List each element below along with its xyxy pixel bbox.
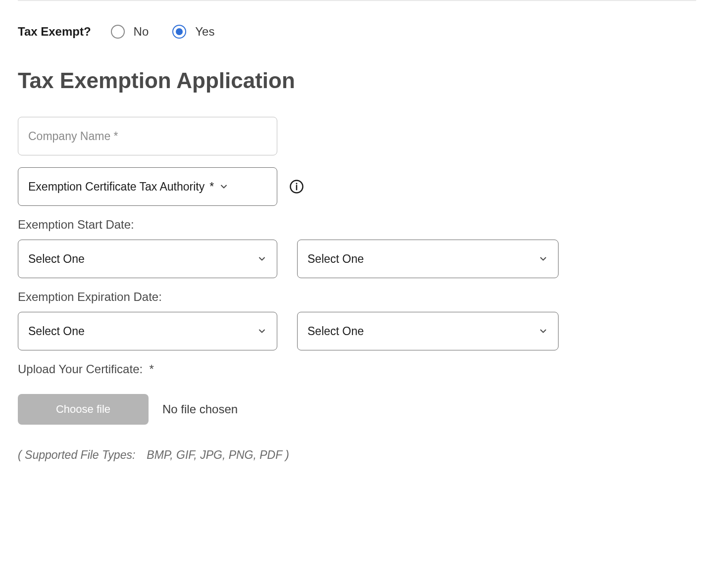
info-icon[interactable] xyxy=(289,179,304,194)
start-date-select-1[interactable]: Select One xyxy=(18,240,277,278)
company-name-input[interactable] xyxy=(18,117,277,155)
chevron-down-icon xyxy=(257,326,267,336)
choose-file-button[interactable]: Choose file xyxy=(18,394,149,425)
tax-authority-required: * xyxy=(209,180,214,194)
file-status: No file chosen xyxy=(162,402,238,416)
radio-group-yes: Yes xyxy=(172,25,214,39)
expiration-date-select-1[interactable]: Select One xyxy=(18,312,277,350)
start-date-select-1-text: Select One xyxy=(28,252,85,266)
tax-exempt-question-row: Tax Exempt? No Yes xyxy=(18,25,696,39)
expiration-date-select-1-text: Select One xyxy=(28,325,85,338)
svg-point-2 xyxy=(296,183,298,184)
tax-exempt-question: Tax Exempt? xyxy=(18,25,91,39)
tax-authority-label-text: Exemption Certificate Tax Authority xyxy=(28,180,204,194)
expiration-date-select-2-text: Select One xyxy=(307,325,364,338)
chevron-down-icon xyxy=(219,182,229,192)
supported-file-types: ( Supported File Types: BMP, GIF, JPG, P… xyxy=(18,448,696,462)
tax-authority-select[interactable]: Exemption Certificate Tax Authority * xyxy=(18,167,277,206)
radio-yes-inner xyxy=(176,28,183,35)
upload-label-text: Upload Your Certificate: xyxy=(18,362,143,376)
radio-group-no: No xyxy=(111,25,149,39)
start-date-select-2[interactable]: Select One xyxy=(297,240,559,278)
chevron-down-icon xyxy=(257,254,267,264)
upload-required: * xyxy=(150,362,154,376)
radio-no[interactable] xyxy=(111,25,125,39)
radio-yes[interactable] xyxy=(172,25,186,39)
radio-no-label: No xyxy=(134,25,149,39)
chevron-down-icon xyxy=(538,254,548,264)
start-date-select-2-text: Select One xyxy=(307,252,364,266)
chevron-down-icon xyxy=(538,326,548,336)
upload-label: Upload Your Certificate: * xyxy=(18,362,696,376)
expiration-date-select-2[interactable]: Select One xyxy=(297,312,559,350)
radio-yes-label: Yes xyxy=(195,25,214,39)
expiration-date-label: Exemption Expiration Date: xyxy=(18,290,696,304)
tax-authority-select-text: Exemption Certificate Tax Authority * xyxy=(28,180,229,194)
start-date-label: Exemption Start Date: xyxy=(18,218,696,232)
page-title: Tax Exemption Application xyxy=(18,68,696,93)
